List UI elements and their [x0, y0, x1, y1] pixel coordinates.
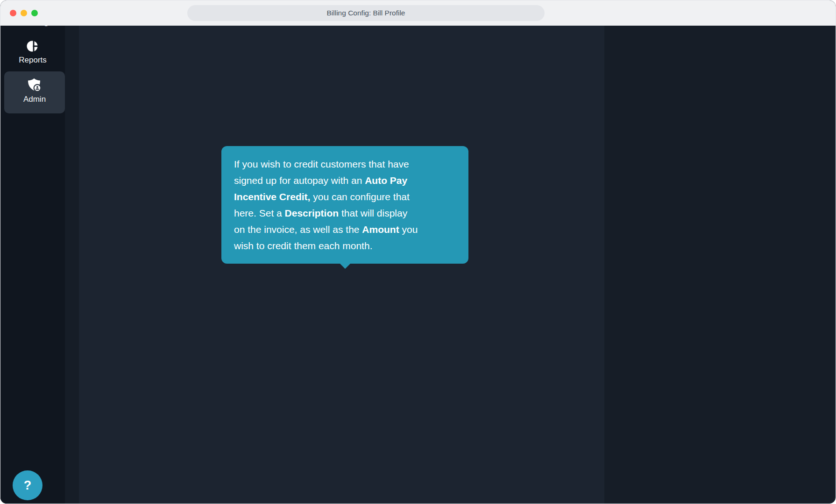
pie-chart-icon — [26, 39, 40, 55]
tooltip-arrow — [339, 263, 351, 269]
close-window-button[interactable] — [10, 10, 16, 16]
tooltip-text: If you wish to credit customers that hav… — [234, 156, 456, 254]
sidebar-item-label: Reports — [0, 56, 65, 65]
question-mark-icon: ? — [24, 478, 32, 493]
zoom-window-button[interactable] — [31, 10, 38, 16]
titlebar: Billing Config: Bill Profile — [0, 0, 836, 26]
sidebar-item-label: Admin — [4, 95, 65, 104]
sidebar-item-admin[interactable]: Admin — [4, 71, 65, 113]
sidebar-item-reports[interactable]: Reports — [0, 33, 65, 71]
help-button[interactable]: ? — [13, 470, 43, 500]
window-title-pill: Billing Config: Bill Profile — [187, 5, 545, 21]
tooltip: If you wish to credit customers that hav… — [221, 146, 468, 264]
shield-user-icon — [27, 78, 43, 95]
window-title: Billing Config: Bill Profile — [327, 9, 405, 17]
app-window: ACTIVATION DAY MIN ACTIVATION DAY MAX CY… — [0, 0, 836, 504]
minimize-window-button[interactable] — [21, 10, 27, 16]
